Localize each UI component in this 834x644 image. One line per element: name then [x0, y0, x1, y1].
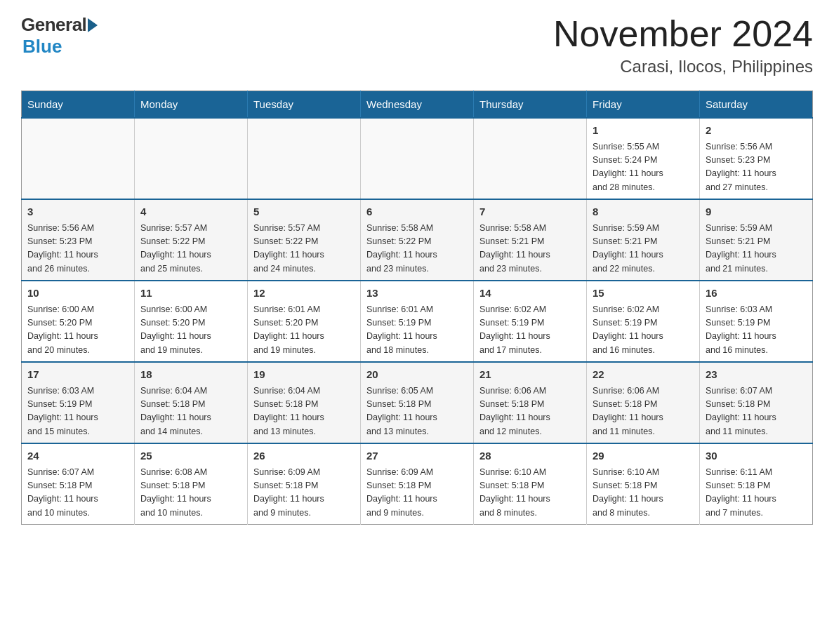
day-info: Sunrise: 5:59 AM Sunset: 5:21 PM Dayligh… [593, 222, 694, 276]
calendar-cell: 26Sunrise: 6:09 AM Sunset: 5:18 PM Dayli… [248, 443, 361, 525]
calendar-cell: 24Sunrise: 6:07 AM Sunset: 5:18 PM Dayli… [22, 443, 135, 525]
weekday-header-monday: Monday [135, 91, 248, 119]
calendar-cell: 13Sunrise: 6:01 AM Sunset: 5:19 PM Dayli… [361, 281, 474, 362]
day-info: Sunrise: 5:57 AM Sunset: 5:22 PM Dayligh… [140, 222, 241, 276]
day-number: 13 [366, 286, 468, 302]
weekday-header-wednesday: Wednesday [361, 91, 474, 119]
day-number: 30 [706, 448, 807, 464]
weekday-header-tuesday: Tuesday [248, 91, 361, 119]
month-title: November 2024 [553, 14, 813, 54]
calendar-week-row: 17Sunrise: 6:03 AM Sunset: 5:19 PM Dayli… [22, 362, 813, 443]
day-number: 23 [706, 367, 807, 383]
day-info: Sunrise: 6:04 AM Sunset: 5:18 PM Dayligh… [140, 384, 241, 439]
day-number: 4 [140, 204, 241, 220]
day-number: 17 [27, 367, 128, 383]
day-info: Sunrise: 6:01 AM Sunset: 5:20 PM Dayligh… [253, 303, 355, 358]
day-info: Sunrise: 5:56 AM Sunset: 5:23 PM Dayligh… [706, 140, 807, 195]
day-info: Sunrise: 5:58 AM Sunset: 5:22 PM Dayligh… [366, 222, 468, 276]
calendar-cell: 6Sunrise: 5:58 AM Sunset: 5:22 PM Daylig… [361, 199, 474, 281]
day-info: Sunrise: 6:09 AM Sunset: 5:18 PM Dayligh… [366, 466, 468, 521]
calendar-cell: 16Sunrise: 6:03 AM Sunset: 5:19 PM Dayli… [700, 281, 813, 362]
calendar-cell [361, 118, 474, 199]
calendar-cell: 1Sunrise: 5:55 AM Sunset: 5:24 PM Daylig… [587, 118, 700, 199]
calendar-cell: 14Sunrise: 6:02 AM Sunset: 5:19 PM Dayli… [474, 281, 587, 362]
calendar-cell: 29Sunrise: 6:10 AM Sunset: 5:18 PM Dayli… [587, 443, 700, 525]
calendar-cell [474, 118, 587, 199]
calendar-header: SundayMondayTuesdayWednesdayThursdayFrid… [22, 91, 813, 119]
day-number: 19 [253, 367, 355, 383]
page-header: General Blue November 2024 Carasi, Iloco… [21, 14, 813, 76]
day-number: 8 [593, 204, 694, 220]
day-number: 2 [706, 123, 807, 139]
day-number: 6 [366, 204, 468, 220]
calendar-cell: 25Sunrise: 6:08 AM Sunset: 5:18 PM Dayli… [135, 443, 248, 525]
calendar-cell: 3Sunrise: 5:56 AM Sunset: 5:23 PM Daylig… [22, 199, 135, 281]
day-number: 15 [593, 286, 694, 302]
calendar-cell: 11Sunrise: 6:00 AM Sunset: 5:20 PM Dayli… [135, 281, 248, 362]
logo-arrow-icon [88, 18, 98, 32]
day-info: Sunrise: 6:10 AM Sunset: 5:18 PM Dayligh… [479, 466, 581, 521]
calendar-cell: 5Sunrise: 5:57 AM Sunset: 5:22 PM Daylig… [248, 199, 361, 281]
logo-general-text: General [21, 14, 86, 36]
calendar-cell: 22Sunrise: 6:06 AM Sunset: 5:18 PM Dayli… [587, 362, 700, 443]
calendar-cell: 27Sunrise: 6:09 AM Sunset: 5:18 PM Dayli… [361, 443, 474, 525]
day-info: Sunrise: 6:11 AM Sunset: 5:18 PM Dayligh… [706, 466, 807, 521]
day-number: 3 [27, 204, 128, 220]
calendar-cell: 28Sunrise: 6:10 AM Sunset: 5:18 PM Dayli… [474, 443, 587, 525]
day-info: Sunrise: 6:02 AM Sunset: 5:19 PM Dayligh… [479, 303, 581, 358]
weekday-header-thursday: Thursday [474, 91, 587, 119]
day-info: Sunrise: 6:00 AM Sunset: 5:20 PM Dayligh… [27, 303, 128, 358]
calendar-cell: 4Sunrise: 5:57 AM Sunset: 5:22 PM Daylig… [135, 199, 248, 281]
day-number: 16 [706, 286, 807, 302]
calendar-cell: 12Sunrise: 6:01 AM Sunset: 5:20 PM Dayli… [248, 281, 361, 362]
calendar-body: 1Sunrise: 5:55 AM Sunset: 5:24 PM Daylig… [22, 118, 813, 525]
location-title: Carasi, Ilocos, Philippines [553, 57, 813, 76]
day-info: Sunrise: 5:59 AM Sunset: 5:21 PM Dayligh… [706, 222, 807, 276]
calendar-cell: 9Sunrise: 5:59 AM Sunset: 5:21 PM Daylig… [700, 199, 813, 281]
day-number: 24 [27, 448, 128, 464]
calendar-cell: 2Sunrise: 5:56 AM Sunset: 5:23 PM Daylig… [700, 118, 813, 199]
day-info: Sunrise: 6:05 AM Sunset: 5:18 PM Dayligh… [366, 384, 468, 439]
day-number: 25 [140, 448, 241, 464]
day-number: 10 [27, 286, 128, 302]
day-info: Sunrise: 5:58 AM Sunset: 5:21 PM Dayligh… [479, 222, 581, 276]
day-info: Sunrise: 6:07 AM Sunset: 5:18 PM Dayligh… [27, 466, 128, 521]
day-info: Sunrise: 6:03 AM Sunset: 5:19 PM Dayligh… [706, 303, 807, 358]
day-number: 12 [253, 286, 355, 302]
calendar-cell: 7Sunrise: 5:58 AM Sunset: 5:21 PM Daylig… [474, 199, 587, 281]
weekday-header-friday: Friday [587, 91, 700, 119]
day-number: 9 [706, 204, 807, 220]
day-info: Sunrise: 6:00 AM Sunset: 5:20 PM Dayligh… [140, 303, 241, 358]
calendar-week-row: 1Sunrise: 5:55 AM Sunset: 5:24 PM Daylig… [22, 118, 813, 199]
day-number: 14 [479, 286, 581, 302]
calendar-week-row: 3Sunrise: 5:56 AM Sunset: 5:23 PM Daylig… [22, 199, 813, 281]
calendar-cell [135, 118, 248, 199]
calendar-cell: 8Sunrise: 5:59 AM Sunset: 5:21 PM Daylig… [587, 199, 700, 281]
day-number: 11 [140, 286, 241, 302]
calendar-week-row: 10Sunrise: 6:00 AM Sunset: 5:20 PM Dayli… [22, 281, 813, 362]
day-number: 5 [253, 204, 355, 220]
day-info: Sunrise: 6:10 AM Sunset: 5:18 PM Dayligh… [593, 466, 694, 521]
day-info: Sunrise: 5:56 AM Sunset: 5:23 PM Dayligh… [27, 222, 128, 276]
day-info: Sunrise: 6:02 AM Sunset: 5:19 PM Dayligh… [593, 303, 694, 358]
calendar-cell: 17Sunrise: 6:03 AM Sunset: 5:19 PM Dayli… [22, 362, 135, 443]
day-info: Sunrise: 6:03 AM Sunset: 5:19 PM Dayligh… [27, 384, 128, 439]
day-info: Sunrise: 6:01 AM Sunset: 5:19 PM Dayligh… [366, 303, 468, 358]
day-number: 7 [479, 204, 581, 220]
calendar-week-row: 24Sunrise: 6:07 AM Sunset: 5:18 PM Dayli… [22, 443, 813, 525]
calendar-cell: 23Sunrise: 6:07 AM Sunset: 5:18 PM Dayli… [700, 362, 813, 443]
calendar-table: SundayMondayTuesdayWednesdayThursdayFrid… [21, 90, 813, 525]
calendar-cell [248, 118, 361, 199]
day-number: 29 [593, 448, 694, 464]
day-info: Sunrise: 6:04 AM Sunset: 5:18 PM Dayligh… [253, 384, 355, 439]
day-number: 18 [140, 367, 241, 383]
day-number: 20 [366, 367, 468, 383]
weekday-header-saturday: Saturday [700, 91, 813, 119]
day-number: 26 [253, 448, 355, 464]
day-info: Sunrise: 6:07 AM Sunset: 5:18 PM Dayligh… [706, 384, 807, 439]
calendar-cell: 20Sunrise: 6:05 AM Sunset: 5:18 PM Dayli… [361, 362, 474, 443]
day-info: Sunrise: 5:55 AM Sunset: 5:24 PM Dayligh… [593, 140, 694, 195]
day-number: 28 [479, 448, 581, 464]
day-number: 22 [593, 367, 694, 383]
day-info: Sunrise: 6:08 AM Sunset: 5:18 PM Dayligh… [140, 466, 241, 521]
